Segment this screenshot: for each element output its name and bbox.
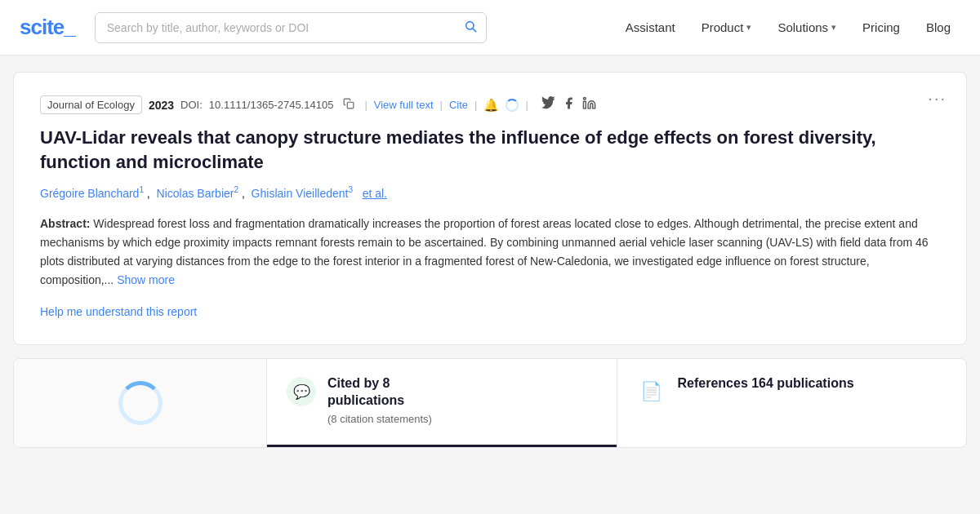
journal-badge: Journal of Ecology (40, 95, 142, 114)
view-full-text-link[interactable]: View full text (374, 99, 434, 111)
loading-panel (14, 359, 267, 447)
abstract-section: Abstract: Widespread forest loss and fra… (40, 215, 940, 290)
nav-blog[interactable]: Blog (916, 14, 960, 41)
nav-links: Assistant Product ▾ Solutions ▾ Pricing … (616, 14, 960, 41)
nav-solutions[interactable]: Solutions ▾ (768, 14, 846, 41)
cited-text-block: Cited by 8 publications (8 citation stat… (327, 375, 597, 425)
cited-title: Cited by 8 publications (327, 375, 597, 410)
copy-doi-icon[interactable] (340, 96, 358, 113)
references-icon: 📄 (637, 377, 666, 406)
svg-line-1 (473, 29, 476, 32)
abstract-label: Abstract: (40, 217, 90, 230)
svg-rect-2 (348, 102, 354, 109)
references-title: References 164 publications (678, 375, 854, 392)
paper-meta-row: Journal of Ecology 2023 DOI: 10.1111/136… (40, 95, 940, 114)
separator-2: | (440, 99, 443, 111)
paper-title: UAV-Lidar reveals that canopy structure … (40, 126, 940, 174)
search-icon (464, 20, 477, 36)
facebook-icon[interactable] (562, 96, 576, 113)
nav-assistant[interactable]: Assistant (616, 14, 685, 41)
search-input[interactable] (95, 12, 487, 43)
paper-year: 2023 (149, 99, 174, 112)
et-al-link[interactable]: et al. (363, 187, 387, 200)
loading-spinner (506, 99, 519, 112)
paper-doi-value: 10.1111/1365-2745.14105 (209, 99, 334, 111)
citation-statements-count: (8 citation statements) (327, 413, 597, 425)
paper-card: ··· Journal of Ecology 2023 DOI: 10.1111… (13, 72, 967, 345)
twitter-icon[interactable] (541, 96, 555, 113)
cite-link[interactable]: Cite (449, 99, 468, 111)
cited-by-panel[interactable]: 💬 Cited by 8 publications (8 citation st… (267, 359, 617, 447)
bell-icon[interactable]: 🔔 (483, 98, 499, 113)
product-chevron-icon: ▾ (746, 22, 751, 33)
author-1-link[interactable]: Grégoire Blanchard1 (40, 187, 147, 200)
author-2-link[interactable]: Nicolas Barbier2 (157, 187, 242, 200)
show-more-button[interactable]: Show more (117, 273, 175, 286)
cited-bubble-icon: 💬 (287, 377, 316, 406)
linkedin-icon[interactable] (582, 96, 596, 113)
paper-doi-label: DOI: (180, 99, 203, 111)
content-area: ··· Journal of Ecology 2023 DOI: 10.1111… (0, 72, 980, 448)
separator-3: | (474, 99, 477, 111)
separator-4: | (525, 99, 528, 111)
nav-product[interactable]: Product ▾ (692, 14, 762, 41)
more-options-button[interactable]: ··· (928, 89, 947, 108)
svg-point-4 (583, 97, 586, 100)
solutions-chevron-icon: ▾ (831, 22, 836, 33)
separator-1: | (364, 99, 367, 111)
document-icon: 📄 (640, 381, 662, 402)
references-panel[interactable]: 📄 References 164 publications (617, 359, 967, 447)
svg-rect-3 (583, 101, 586, 109)
search-bar[interactable] (95, 12, 487, 43)
references-text-block: References 164 publications (678, 375, 854, 392)
social-share-icons (541, 96, 596, 113)
site-logo[interactable]: scite_ (20, 15, 75, 40)
nav-pricing[interactable]: Pricing (853, 14, 910, 41)
loading-circle-icon (118, 381, 163, 425)
panels-right: 💬 Cited by 8 publications (8 citation st… (267, 359, 966, 447)
bottom-panels: 💬 Cited by 8 publications (8 citation st… (13, 358, 967, 448)
chat-bubble-icon: 💬 (293, 383, 310, 401)
author-3-link[interactable]: Ghislain Vieilledent3 (252, 187, 356, 200)
help-link[interactable]: Help me understand this report (40, 305, 197, 318)
paper-authors: Grégoire Blanchard1 , Nicolas Barbier2 ,… (40, 185, 940, 200)
